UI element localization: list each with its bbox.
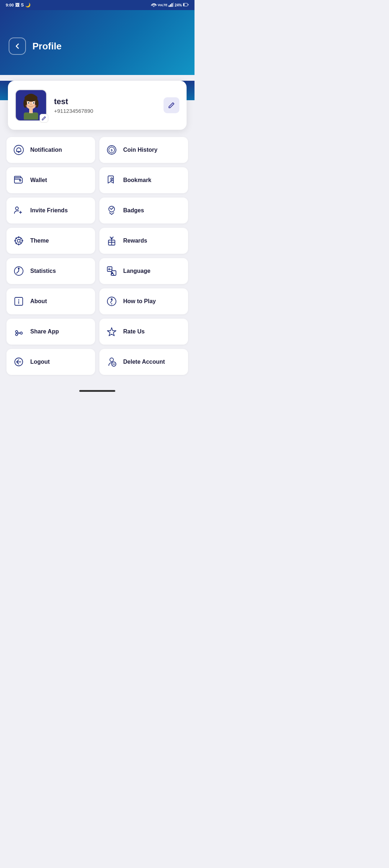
menu-item-badges[interactable]: Badges — [99, 198, 188, 223]
menu-label-invite-friends: Invite Friends — [30, 207, 68, 214]
svg-point-28 — [111, 178, 113, 180]
signal-icon — [169, 3, 174, 8]
menu-item-wallet[interactable]: Wallet — [6, 167, 95, 193]
back-button[interactable] — [9, 37, 26, 55]
home-indicator — [79, 390, 115, 392]
reward-icon — [105, 234, 118, 247]
profile-info: test +911234567890 — [54, 97, 164, 114]
wifi-icon — [151, 3, 157, 8]
bell-icon — [12, 143, 25, 156]
svg-point-45 — [111, 304, 112, 305]
profile-phone: +911234567890 — [54, 108, 164, 114]
menu-item-logout[interactable]: Logout — [6, 349, 95, 375]
menu-item-about[interactable]: About — [6, 288, 95, 314]
svg-point-37 — [18, 268, 19, 269]
menu-section: Notification$Coin HistoryWalletBookmarkI… — [0, 130, 194, 386]
menu-item-share-app[interactable]: Share App — [6, 319, 95, 345]
menu-label-badges: Badges — [123, 207, 144, 214]
menu-item-rate-us[interactable]: Rate Us — [99, 319, 188, 345]
svg-rect-6 — [188, 4, 189, 5]
menu-item-language[interactable]: Language — [99, 258, 188, 284]
svg-text:$: $ — [111, 149, 112, 152]
menu-label-rewards: Rewards — [123, 238, 147, 244]
coin-icon: $ — [105, 143, 118, 156]
menu-label-statistics: Statistics — [30, 268, 56, 274]
svg-rect-3 — [173, 3, 174, 7]
invite-icon — [12, 204, 25, 217]
avatar-edit-badge[interactable] — [40, 114, 48, 123]
weather-icon: 🌙 — [25, 3, 31, 8]
howtoplay-icon — [105, 295, 118, 308]
svg-rect-1 — [170, 4, 171, 7]
menu-label-rate-us: Rate Us — [123, 328, 145, 335]
bottom-bar — [0, 386, 194, 396]
svg-point-53 — [110, 358, 113, 362]
svg-rect-0 — [169, 5, 170, 7]
svg-point-15 — [28, 102, 30, 104]
menu-item-rewards[interactable]: Rewards — [99, 228, 188, 254]
menu-item-delete-account[interactable]: Delete Account — [99, 349, 188, 375]
svg-rect-2 — [171, 3, 173, 7]
battery-text: 24% — [175, 3, 182, 7]
profile-card-wrapper: test +911234567890 — [0, 81, 194, 130]
header-section: Profile — [0, 10, 194, 75]
star-icon — [105, 325, 118, 338]
badge-icon — [105, 204, 118, 217]
menu-item-invite-friends[interactable]: Invite Friends — [6, 198, 95, 223]
svg-point-21 — [14, 145, 23, 155]
menu-label-about: About — [30, 298, 47, 305]
menu-grid: Notification$Coin HistoryWalletBookmarkI… — [6, 137, 188, 375]
menu-label-theme: Theme — [30, 238, 49, 244]
battery-icon — [183, 3, 189, 7]
svg-rect-5 — [183, 4, 184, 6]
svg-point-11 — [23, 99, 27, 108]
gallery-icon: 🖼 — [15, 3, 19, 8]
menu-item-bookmark[interactable]: Bookmark — [99, 167, 188, 193]
delete-icon — [105, 355, 118, 368]
menu-label-logout: Logout — [30, 359, 50, 365]
svg-rect-19 — [24, 112, 38, 120]
statistics-icon — [12, 265, 25, 278]
bookmark-icon — [105, 174, 118, 187]
status-time: 9:00 🖼 S 🌙 — [6, 3, 31, 8]
skype-icon: S — [21, 3, 24, 8]
svg-point-30 — [15, 207, 18, 210]
menu-item-how-to-play[interactable]: How to Play — [99, 288, 188, 314]
menu-label-bookmark: Bookmark — [123, 177, 151, 183]
profile-name: test — [54, 97, 164, 106]
svg-point-47 — [15, 333, 18, 336]
wallet-icon — [12, 174, 25, 187]
menu-label-wallet: Wallet — [30, 177, 47, 183]
svg-rect-20 — [29, 108, 33, 113]
svg-point-18 — [33, 105, 36, 107]
menu-item-statistics[interactable]: Statistics — [6, 258, 95, 284]
svg-point-16 — [33, 102, 35, 104]
profile-card: test +911234567890 — [8, 81, 187, 130]
about-icon — [12, 295, 25, 308]
logout-icon — [12, 355, 25, 368]
share-icon — [12, 325, 25, 338]
edit-profile-button[interactable] — [164, 97, 179, 113]
svg-point-46 — [15, 331, 18, 333]
menu-label-language: Language — [123, 268, 151, 274]
svg-point-48 — [20, 332, 22, 334]
menu-item-notification[interactable]: Notification — [6, 137, 95, 163]
avatar-wrapper — [15, 89, 47, 121]
status-indicators: VoLTE 24% — [151, 3, 189, 8]
status-bar: 9:00 🖼 S 🌙 VoLTE 24% — [0, 0, 194, 10]
menu-label-how-to-play: How to Play — [123, 298, 156, 305]
menu-label-delete-account: Delete Account — [123, 359, 165, 365]
menu-label-coin-history: Coin History — [123, 147, 157, 153]
svg-point-27 — [19, 180, 21, 181]
menu-item-theme[interactable]: Theme — [6, 228, 95, 254]
page-title: Profile — [32, 41, 62, 52]
theme-icon — [12, 234, 25, 247]
language-icon — [105, 265, 118, 278]
svg-point-12 — [35, 99, 39, 108]
menu-label-notification: Notification — [30, 147, 62, 153]
menu-item-coin-history[interactable]: $Coin History — [99, 137, 188, 163]
volte-icon: VoLTE — [158, 3, 167, 7]
svg-point-17 — [26, 105, 28, 107]
menu-label-share-app: Share App — [30, 328, 59, 335]
